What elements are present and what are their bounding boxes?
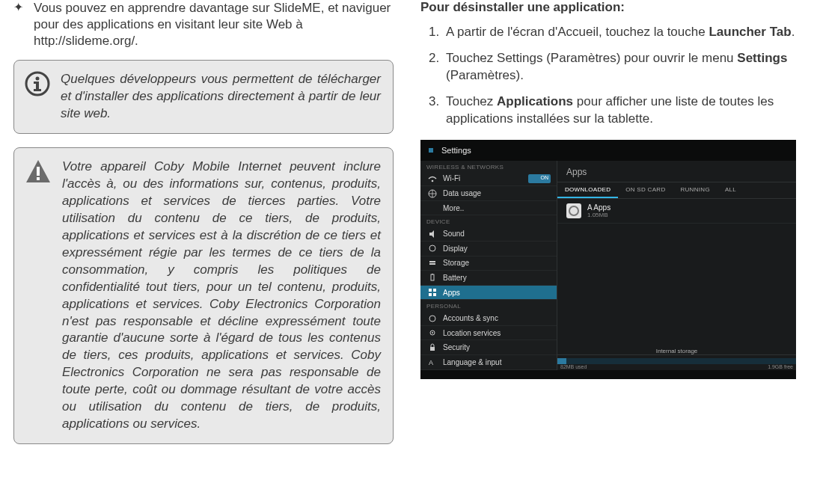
- sidebar-item-wifi[interactable]: Wi-Fi: [420, 172, 557, 187]
- sidebar-item-sound[interactable]: Sound: [420, 227, 557, 242]
- sidebar-item-apps[interactable]: Apps: [420, 286, 557, 301]
- sync-icon: [428, 314, 437, 323]
- location-icon: [428, 328, 437, 337]
- svg-rect-20: [433, 293, 436, 296]
- svg-rect-14: [429, 263, 435, 265]
- svg-rect-6: [37, 167, 40, 176]
- storage-used: 82MB used: [560, 364, 587, 369]
- warning-icon: [25, 159, 52, 185]
- app-name: A Apps: [587, 203, 610, 212]
- svg-rect-16: [432, 274, 433, 274]
- right-column: Pour désinstaller une application: A par…: [407, 0, 814, 504]
- svg-rect-13: [429, 261, 435, 262]
- svg-rect-3: [34, 89, 41, 91]
- sidebar-item-security[interactable]: Security: [420, 340, 557, 355]
- uninstall-heading: Pour désinstaller une application:: [420, 0, 801, 15]
- bullet-item: ✦ Vous pouvez en apprendre davantage sur…: [13, 0, 394, 49]
- sidebar-item-more[interactable]: More..: [420, 201, 557, 216]
- storage-label: Internal storage: [656, 348, 698, 354]
- storage-bar: Internal storage 82MB used 1.9GB free: [557, 354, 796, 370]
- svg-rect-4: [34, 82, 39, 84]
- step-1: A partir de l'écran d'Accueil, touchez l…: [443, 24, 801, 41]
- svg-marker-11: [429, 230, 434, 238]
- android-title: Settings: [441, 146, 471, 155]
- android-titlebar: Settings: [420, 140, 796, 161]
- svg-rect-18: [433, 289, 436, 292]
- sidebar-item-display[interactable]: Display: [420, 242, 557, 256]
- wifi-toggle[interactable]: [528, 174, 551, 183]
- svg-rect-15: [431, 274, 434, 280]
- language-icon: A: [428, 357, 437, 366]
- apps-tabs: DOWNLOADED ON SD CARD RUNNING ALL: [557, 182, 796, 199]
- sidebar-item-language[interactable]: A Language & input: [420, 355, 557, 370]
- svg-rect-7: [37, 177, 40, 180]
- app-size: 1.05MB: [587, 212, 610, 218]
- sidebar-item-accounts[interactable]: Accounts & sync: [420, 311, 557, 326]
- svg-point-22: [432, 332, 433, 334]
- svg-rect-8: [429, 148, 433, 153]
- warning-text: Votre appareil Coby Mobile Internet peuv…: [62, 159, 381, 433]
- info-icon: [25, 71, 50, 96]
- data-icon: [428, 189, 437, 198]
- svg-point-1: [36, 77, 40, 81]
- sidebar-category-wireless: WIRELESS & NETWORKS: [420, 161, 557, 172]
- display-icon: [428, 244, 437, 253]
- info-text: Quelques développeurs vous permettent de…: [61, 71, 381, 123]
- star-icon: ✦: [13, 0, 23, 49]
- steps-list: A partir de l'écran d'Accueil, touchez l…: [420, 24, 801, 128]
- left-column: ✦ Vous pouvez en apprendre davantage sur…: [0, 0, 407, 504]
- tab-all[interactable]: ALL: [717, 182, 744, 198]
- svg-point-12: [429, 245, 435, 251]
- apps-icon: [428, 288, 437, 297]
- app-icon: [566, 203, 581, 218]
- tab-downloaded[interactable]: DOWNLOADED: [557, 182, 618, 198]
- svg-rect-19: [429, 293, 432, 296]
- app-list-item[interactable]: A Apps 1.05MB: [557, 199, 796, 224]
- sidebar-item-storage[interactable]: Storage: [420, 256, 557, 271]
- info-box: Quelques développeurs vous permettent de…: [13, 60, 394, 134]
- battery-icon: [428, 273, 437, 282]
- svg-point-9: [432, 180, 434, 182]
- android-settings-screenshot: Settings WIRELESS & NETWORKS Wi-Fi Data …: [420, 140, 796, 379]
- tab-sdcard[interactable]: ON SD CARD: [618, 182, 673, 198]
- tab-running[interactable]: RUNNING: [673, 182, 717, 198]
- android-sidebar: WIRELESS & NETWORKS Wi-Fi Data usage Mor…: [420, 161, 557, 370]
- android-navbar: [420, 370, 796, 379]
- sidebar-category-personal: PERSONAL: [420, 300, 557, 311]
- storage-icon: [428, 259, 437, 268]
- bullet-text: Vous pouvez en apprendre davantage sur S…: [34, 0, 394, 49]
- sidebar-item-data[interactable]: Data usage: [420, 186, 557, 201]
- sound-icon: [428, 230, 437, 239]
- apps-header: Apps: [557, 161, 796, 182]
- sidebar-item-battery[interactable]: Battery: [420, 271, 557, 286]
- step-2: Touchez Settings (Paramètres) pour ouvri…: [443, 50, 801, 84]
- settings-gear-icon: [425, 144, 437, 156]
- wifi-icon: [428, 174, 437, 183]
- step-3: Touchez Applications pour afficher une l…: [443, 93, 801, 128]
- sidebar-category-device: DEVICE: [420, 215, 557, 227]
- svg-rect-17: [429, 289, 432, 292]
- lock-icon: [428, 343, 437, 352]
- svg-rect-23: [430, 347, 435, 351]
- warning-box: Votre appareil Coby Mobile Internet peuv…: [13, 147, 394, 444]
- sidebar-item-location[interactable]: Location services: [420, 326, 557, 341]
- svg-text:A: A: [429, 359, 433, 366]
- storage-free: 1.9GB free: [768, 364, 793, 369]
- android-main-pane: Apps DOWNLOADED ON SD CARD RUNNING ALL A…: [557, 161, 796, 370]
